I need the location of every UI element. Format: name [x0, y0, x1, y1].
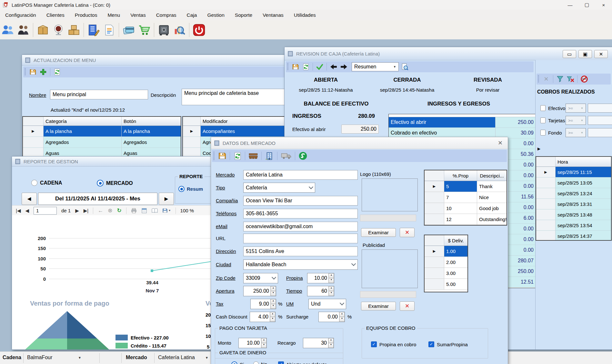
menu-item[interactable]: Ventas: [125, 10, 151, 20]
truck-icon[interactable]: [280, 152, 292, 160]
cell-concepto[interactable]: Efectivo al abrir: [389, 117, 496, 127]
email-input[interactable]: oceanviewtikibar@gmail.com: [243, 222, 358, 231]
approve-check-icon[interactable]: [316, 63, 324, 71]
cell-desc[interactable]: Thank: [477, 181, 507, 192]
ciudad-combo[interactable]: Hallandale Beach: [243, 259, 358, 270]
page-number-input[interactable]: 1: [34, 207, 57, 215]
column-header-modificador[interactable]: Modificador: [201, 117, 290, 126]
window-title-bar[interactable]: REPORTE DE GESTION: [12, 157, 218, 167]
filter-checkbox[interactable]: [540, 105, 546, 111]
url-input[interactable]: [243, 234, 358, 243]
cell-boton[interactable]: Agregados: [122, 137, 181, 147]
window-title-bar[interactable]: REVISION DE CAJA (Cafetería Latina) ▭ ▣ …: [285, 47, 612, 60]
restore-button[interactable]: ▣: [578, 50, 592, 58]
cell-prop[interactable]: 12: [444, 214, 477, 225]
back-icon[interactable]: ←: [98, 207, 103, 214]
menu-item[interactable]: Soporte: [230, 10, 257, 20]
table-row[interactable]: ▶ sep/28/25 13:31: [536, 199, 611, 209]
filter-value-input[interactable]: [588, 116, 612, 125]
menu-item[interactable]: Gestion: [202, 10, 229, 20]
menu-item[interactable]: Clientes: [41, 10, 70, 20]
table-row[interactable]: ▶ sep/28/25 13:05: [536, 177, 611, 188]
shopping-cart-icon[interactable]: [137, 23, 151, 37]
cell-hora[interactable]: sep/28/25 13:31: [556, 199, 611, 209]
direccion-input[interactable]: 5151 Collins Ave: [243, 247, 358, 256]
efectivo-abrir-box[interactable]: 250.00: [341, 125, 379, 134]
save-icon[interactable]: [29, 68, 37, 76]
no-print-icon[interactable]: [580, 75, 588, 83]
filter-operator-combo[interactable]: >=▼: [566, 128, 586, 137]
table-row[interactable]: Efectivo al abrir 250.00: [389, 117, 536, 128]
gaveta-no-radio[interactable]: [253, 361, 259, 364]
mercado-status-combo[interactable]: Cafetería Latina: [158, 355, 195, 360]
mercado-combo-arrow[interactable]: ▼: [205, 356, 208, 359]
panel-expander-arrow[interactable]: ▶: [537, 147, 540, 151]
surcharge-spinner[interactable]: 0.00▲▼: [318, 312, 345, 322]
next-period-button[interactable]: ▶: [159, 193, 174, 205]
cell-hora[interactable]: sep/28/25 11:15: [556, 167, 611, 177]
zip-combo[interactable]: 33009: [243, 273, 278, 283]
examinar-logo-button[interactable]: Examinar: [361, 228, 396, 237]
purchase-doc-icon[interactable]: [102, 23, 116, 37]
cell-amount[interactable]: 1.00: [444, 246, 467, 257]
cell-desc[interactable]: Outstanding!: [477, 214, 507, 225]
examinar-publicidad-button[interactable]: Examinar: [361, 302, 396, 310]
column-header-boton[interactable]: Botón: [122, 117, 181, 126]
toolbar-grip[interactable]: [213, 152, 215, 160]
cell-prop[interactable]: 5: [444, 181, 477, 192]
cell-amount[interactable]: 3.00: [444, 268, 467, 278]
table-row[interactable]: ▶ 7 Nice: [425, 192, 507, 203]
clear-x-icon[interactable]: ✕: [542, 75, 550, 83]
table-row[interactable]: ▶ Acompañantes: [183, 126, 290, 137]
menu-item[interactable]: Compras: [151, 10, 182, 20]
apertura-spinner[interactable]: 250.00▲▼: [243, 286, 276, 296]
toolbar-grip[interactable]: [287, 63, 288, 71]
toolbar-grip[interactable]: [25, 68, 26, 76]
products-box-icon[interactable]: [36, 23, 50, 37]
recargo-spinner[interactable]: 30▲▼: [303, 338, 334, 348]
close-button[interactable]: ×: [595, 0, 612, 10]
save-icon[interactable]: [217, 152, 227, 160]
gaveta-si-radio[interactable]: [231, 361, 237, 364]
cell-prop[interactable]: 10: [444, 203, 477, 214]
cell-hora[interactable]: sep/28/25 13:54: [556, 220, 611, 230]
menu-dish-icon[interactable]: [52, 23, 65, 37]
cell-hora[interactable]: sep/28/25 13:05: [556, 177, 611, 188]
telefonos-input[interactable]: 305-861-3655: [243, 209, 358, 218]
filter-operator-combo[interactable]: >=▼: [566, 116, 586, 125]
table-row[interactable]: ▶ Agregados Agregados: [23, 137, 181, 148]
menu-item[interactable]: Configuración: [0, 10, 41, 20]
column-header-categoria[interactable]: Categoría: [44, 117, 122, 126]
column-header-desc[interactable]: Descripci...: [477, 170, 507, 181]
column-header-prop[interactable]: %.Prop: [444, 170, 477, 181]
cancel-icon[interactable]: ⊗: [108, 207, 112, 214]
table-row[interactable]: ▶ 3.00: [425, 268, 467, 279]
cell-valor[interactable]: 250.00: [496, 117, 536, 127]
save-icon[interactable]: [291, 63, 300, 71]
payment-cards-icon[interactable]: [122, 23, 135, 37]
cell-categoria[interactable]: Agregados: [44, 137, 122, 147]
building-icon[interactable]: [264, 152, 275, 160]
cell-boton[interactable]: A la plancha: [122, 126, 181, 136]
mercado-input[interactable]: Cafetería Latina: [243, 170, 358, 180]
sumar-propina-checkbox[interactable]: ✓: [428, 341, 434, 347]
column-header-deliv[interactable]: $ Deliv.: [444, 235, 467, 246]
column-header-hora[interactable]: Hora: [556, 157, 611, 167]
cell-amount[interactable]: 5.00: [444, 279, 467, 289]
menu-item[interactable]: Caja: [182, 10, 202, 20]
clients-icon[interactable]: [16, 23, 30, 37]
menu-item[interactable]: Ventanas: [257, 10, 289, 20]
remove-filter-icon[interactable]: [566, 75, 575, 83]
export-save-icon[interactable]: ▼: [162, 208, 171, 213]
compania-input[interactable]: Ocean View Tiki Bar: [243, 196, 358, 206]
cell-hora[interactable]: sep/28/25 14:37: [556, 231, 611, 241]
clear-logo-button[interactable]: ✕: [400, 228, 415, 237]
table-row[interactable]: ▶ sep/28/25 13:54: [536, 220, 611, 231]
cash-discount-spinner[interactable]: 4.00▲▼: [250, 312, 276, 322]
table-row[interactable]: ▶ sep/28/25 14:37: [536, 231, 611, 241]
cadena-radio[interactable]: [31, 180, 37, 186]
cell-modificador[interactable]: Acompañantes: [201, 126, 290, 136]
sales-list-icon[interactable]: [87, 23, 100, 37]
nombre-input[interactable]: Menu principal: [50, 90, 148, 99]
window-title-bar[interactable]: ACTUALIZACION DE MENU: [22, 55, 290, 66]
